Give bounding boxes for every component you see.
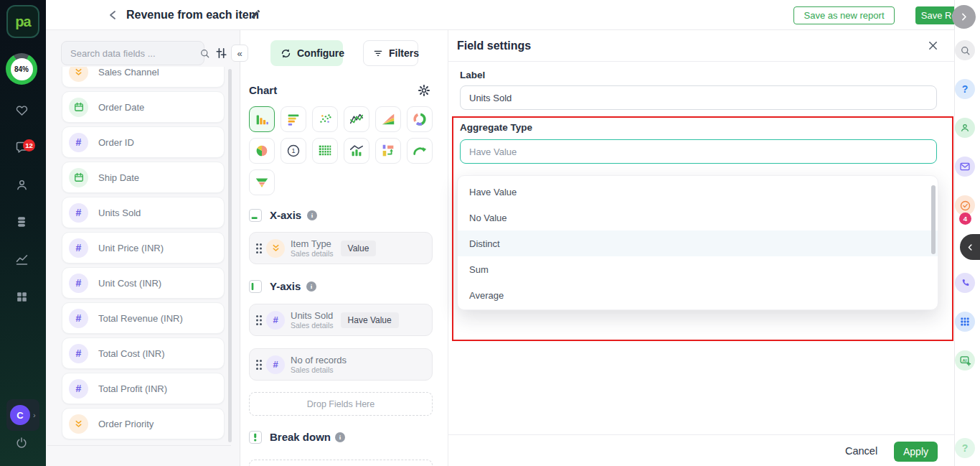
apps-icon[interactable] [14,289,29,304]
chart-settings-gear-icon[interactable] [418,84,430,97]
number-icon: # [69,379,88,399]
usage-progress-label: 84% [11,58,33,80]
x-axis-field-card[interactable]: Item Type Sales details Value [249,232,433,264]
account-switcher[interactable]: C › [6,399,39,431]
search-input[interactable] [62,48,199,59]
break-down-drop-zone[interactable]: Drop Fields Here [249,460,433,466]
dropdown-option[interactable]: Distinct [458,230,938,256]
fields-divider [47,445,231,446]
number-icon: # [69,309,88,328]
chart-type-line[interactable] [344,106,369,132]
x-axis-field-chip[interactable]: Value [341,241,377,256]
x-axis-info-icon[interactable]: i [307,210,317,220]
field-label: Sales Channel [98,67,159,78]
field-item[interactable]: # Order Priority [62,408,225,439]
dropdown-scrollbar[interactable] [931,185,936,254]
chevron-right-icon: › [33,411,36,419]
edit-title-icon[interactable] [250,9,262,20]
chart-type-bar-horizontal[interactable] [281,106,306,132]
tab-filters[interactable]: Filters [363,40,418,66]
rail-mail-icon[interactable] [955,157,975,177]
break-down-info-icon[interactable]: i [335,432,345,442]
y-axis-field-card-no-of-records[interactable]: # No of records Sales details [249,348,433,381]
chart-type-table[interactable] [312,138,338,164]
field-label: Order Priority [98,419,154,429]
y-axis-field-card-units-sold[interactable]: # Units Sold Sales details Have Value [249,304,433,336]
field-options-icon[interactable] [215,47,228,60]
field-item[interactable]: # Unit Price (INR) [62,232,225,264]
chart-type-area[interactable] [375,106,401,132]
dropdown-option[interactable]: Average [458,282,938,308]
profile-icon[interactable] [14,177,29,192]
x-axis-icon [249,209,262,222]
tab-configure[interactable]: Configure [270,40,343,66]
field-label: Total Profit (INR) [98,383,167,394]
field-item[interactable]: # Order Date [62,91,225,123]
field-item[interactable]: # Units Sold [62,197,225,228]
drag-handle-icon[interactable] [255,314,263,326]
field-item[interactable]: # Total Cost (INR) [62,337,225,369]
field-item[interactable]: # Total Profit (INR) [62,373,225,404]
label-input[interactable] [460,85,937,110]
rail-search-icon[interactable] [955,40,975,60]
search-data-fields[interactable] [61,41,204,65]
chart-type-scatter[interactable] [312,106,338,132]
svg-text:AI: AI [962,358,966,362]
favorites-heart-icon[interactable] [14,102,29,118]
database-icon[interactable] [14,214,29,230]
close-icon[interactable] [928,40,939,52]
chart-type-donut[interactable] [407,106,433,132]
back-button[interactable] [106,8,121,22]
chart-type-bar-vertical[interactable] [249,106,275,132]
collapse-settings-panel-button[interactable] [960,234,980,260]
divider [448,434,954,435]
field-item[interactable]: # Order ID [62,126,225,158]
rail-contact-icon[interactable] [955,118,975,138]
field-item[interactable]: # Unit Cost (INR) [62,267,225,299]
rail-help-bottom-icon[interactable]: ? [955,438,975,458]
field-item[interactable]: # Ship Date [62,162,225,193]
chart-type-number[interactable]: 1 [281,138,306,164]
app-logo[interactable]: pa [6,5,39,38]
field-label: Total Revenue (INR) [98,313,183,324]
dropdown-option[interactable]: Sum [458,256,938,282]
expand-panel-button[interactable] [952,5,976,29]
y-axis-icon [249,280,262,293]
aggregate-options-list: Have ValueNo ValueDistinctSumAverage [458,179,938,308]
y-axis-drop-zone[interactable]: Drop Fields Here [249,392,433,416]
dropdown-option[interactable]: Have Value [458,179,938,205]
drag-handle-icon[interactable] [255,359,263,371]
fields-scrollbar[interactable] [228,69,232,442]
y-axis-field-source: Sales details [291,365,347,375]
field-label: Unit Price (INR) [98,243,164,253]
chart-type-pie[interactable] [249,138,275,164]
filter-icon [372,47,384,60]
apply-button[interactable]: Apply [894,442,938,462]
cancel-button[interactable]: Cancel [845,445,877,457]
number-icon: # [266,355,285,374]
power-icon[interactable] [14,435,29,451]
chart-type-combo[interactable] [344,138,369,164]
save-as-new-report-button[interactable]: Save as new report [793,6,895,24]
collapse-panel-button[interactable]: « [231,45,248,62]
chart-type-funnel[interactable] [249,169,275,195]
drag-handle-icon[interactable] [255,243,263,254]
dropdown-option[interactable]: No Value [458,205,938,230]
y-axis-field-chip[interactable]: Have Value [341,312,399,328]
right-rail: ? 4 AI ? [954,0,980,466]
analytics-icon[interactable] [14,251,29,267]
rail-phone-icon[interactable] [955,273,975,293]
aggregate-type-input[interactable] [460,139,937,164]
chart-type-blocks[interactable] [375,138,401,164]
page-title: Revenue from each item [126,9,259,22]
rail-apps-grid-icon[interactable] [955,312,975,332]
y-axis-info-icon[interactable]: i [306,281,316,292]
chart-type-gauge[interactable] [407,138,433,164]
y-axis-field-name: No of records [291,355,347,365]
rail-ai-assist-icon[interactable]: AI [955,350,975,371]
field-item[interactable]: # Sales Channel [62,67,225,88]
rail-help-icon[interactable]: ? [955,79,975,99]
field-label: Ship Date [98,172,139,183]
field-item[interactable]: # Total Revenue (INR) [62,302,225,334]
usage-progress-ring[interactable]: 84% [6,53,37,85]
